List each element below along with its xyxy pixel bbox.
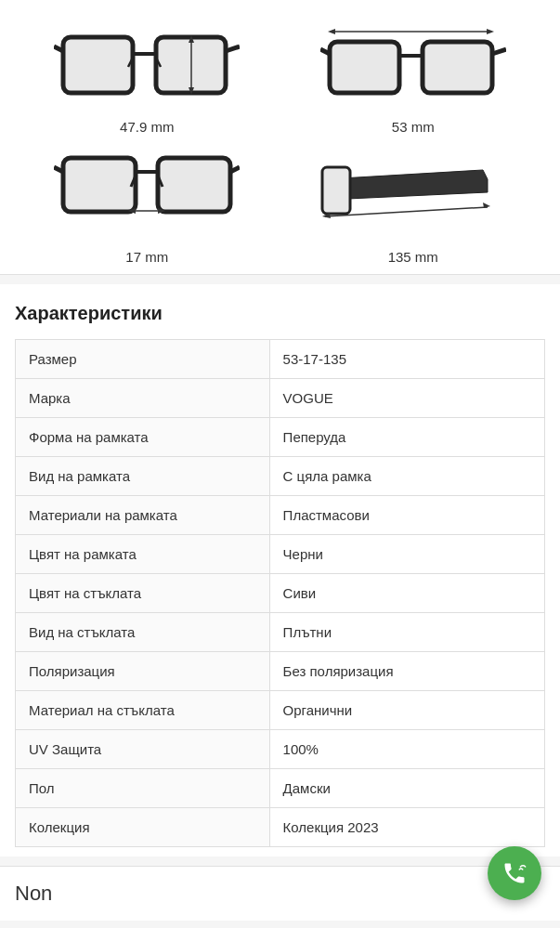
svg-marker-31 bbox=[483, 203, 490, 208]
char-value: Пластмасови bbox=[269, 496, 544, 535]
char-value: 100% bbox=[269, 730, 544, 769]
non-label: Non bbox=[15, 882, 52, 906]
char-value: Колекция 2023 bbox=[269, 808, 544, 847]
glasses-temple-svg bbox=[285, 144, 542, 242]
svg-marker-17 bbox=[487, 29, 494, 34]
glasses-front-width-svg bbox=[285, 19, 542, 111]
char-value: VOGUE bbox=[269, 379, 544, 418]
glasses-diagrams-grid: 47.9 mm bbox=[9, 19, 551, 265]
char-key: Форма на рамката bbox=[16, 418, 270, 457]
char-key: Цвят на стъклата bbox=[16, 574, 270, 613]
svg-rect-19 bbox=[158, 158, 230, 212]
diagrams-section: 47.9 mm bbox=[0, 0, 560, 275]
table-row: Поляризация Без поляризация bbox=[16, 652, 545, 691]
char-key: Марка bbox=[16, 379, 270, 418]
characteristics-section: Характеристики Размер 53-17-135 Марка VO… bbox=[0, 284, 560, 856]
table-row: Форма на рамката Пеперуда bbox=[16, 418, 545, 457]
table-row: Размер 53-17-135 bbox=[16, 340, 545, 379]
char-key: Поляризация bbox=[16, 652, 270, 691]
table-row: Вид на рамката С цяла рамка bbox=[16, 457, 545, 496]
diagram-width: 53 mm bbox=[285, 19, 542, 135]
diagram-width-label: 53 mm bbox=[392, 119, 435, 135]
svg-marker-16 bbox=[328, 29, 335, 34]
svg-rect-0 bbox=[63, 37, 133, 93]
char-key: Пол bbox=[16, 769, 270, 808]
char-key: Вид на рамката bbox=[16, 457, 270, 496]
char-key: Вид на стъклата bbox=[16, 613, 270, 652]
table-row: Колекция Колекция 2023 bbox=[16, 808, 545, 847]
char-value: Плътни bbox=[269, 613, 544, 652]
glasses-front-height-svg bbox=[19, 19, 276, 111]
table-row: Материали на рамката Пластмасови bbox=[16, 496, 545, 535]
table-row: Марка VOGUE bbox=[16, 379, 545, 418]
table-row: Цвят на стъклата Сиви bbox=[16, 574, 545, 613]
diagram-height: 47.9 mm bbox=[19, 19, 276, 135]
svg-rect-10 bbox=[330, 42, 399, 93]
diagram-temple-label: 135 mm bbox=[388, 249, 438, 265]
char-key: Колекция bbox=[16, 808, 270, 847]
char-key: Размер bbox=[16, 340, 270, 379]
svg-rect-18 bbox=[63, 158, 136, 212]
char-value: Черни bbox=[269, 535, 544, 574]
bottom-bar: Non bbox=[0, 866, 560, 921]
char-value: Пеперуда bbox=[269, 418, 544, 457]
phone-fab-button[interactable] bbox=[488, 846, 541, 900]
svg-rect-11 bbox=[423, 42, 492, 93]
phone-icon bbox=[501, 860, 527, 886]
table-row: Цвят на рамката Черни bbox=[16, 535, 545, 574]
table-row: Материал на стъклата Органични bbox=[16, 691, 545, 730]
table-row: UV Защита 100% bbox=[16, 730, 545, 769]
char-key: UV Защита bbox=[16, 730, 270, 769]
glasses-bridge-svg bbox=[19, 144, 276, 242]
char-value: 53-17-135 bbox=[269, 340, 544, 379]
section-title: Характеристики bbox=[15, 303, 545, 324]
diagram-temple: 135 mm bbox=[285, 144, 542, 265]
svg-rect-28 bbox=[322, 167, 350, 214]
char-value: Сиви bbox=[269, 574, 544, 613]
char-value: Без поляризация bbox=[269, 652, 544, 691]
diagram-bridge-label: 17 mm bbox=[125, 249, 168, 265]
diagram-height-label: 47.9 mm bbox=[120, 119, 174, 135]
table-row: Вид на стъклата Плътни bbox=[16, 613, 545, 652]
char-key: Материали на рамката bbox=[16, 496, 270, 535]
table-row: Пол Дамски bbox=[16, 769, 545, 808]
char-value: С цяла рамка bbox=[269, 457, 544, 496]
char-value: Органични bbox=[269, 691, 544, 730]
characteristics-table: Размер 53-17-135 Марка VOGUE Форма на ра… bbox=[15, 339, 545, 847]
char-key: Материал на стъклата bbox=[16, 691, 270, 730]
diagram-bridge: 17 mm bbox=[19, 144, 276, 265]
char-key: Цвят на рамката bbox=[16, 535, 270, 574]
char-value: Дамски bbox=[269, 769, 544, 808]
